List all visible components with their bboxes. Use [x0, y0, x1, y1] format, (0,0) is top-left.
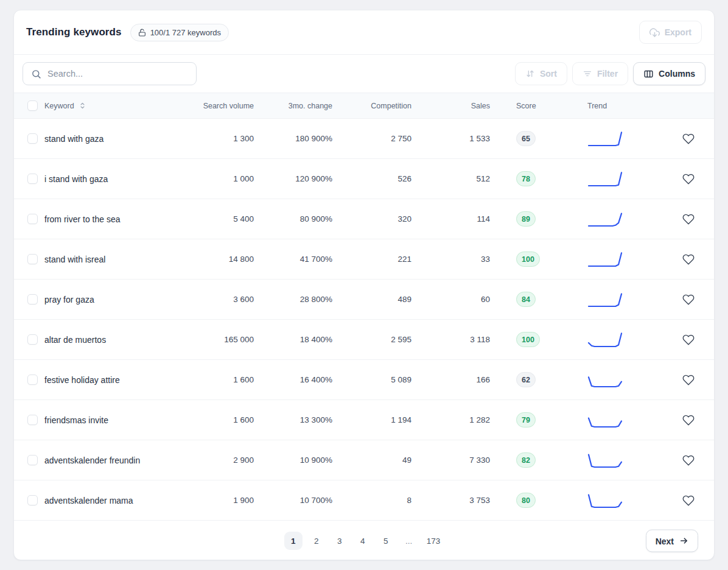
- favorite-button[interactable]: [681, 292, 696, 307]
- competition-cell: 2 750: [332, 134, 411, 143]
- columns-label: Columns: [659, 69, 695, 79]
- columns-button[interactable]: Columns: [633, 62, 705, 85]
- keyword-cell: friendsmas invite: [44, 415, 108, 425]
- search-volume-cell: 14 800: [193, 255, 254, 264]
- row-checkbox[interactable]: [27, 334, 38, 345]
- row-checkbox[interactable]: [27, 174, 38, 184]
- heart-icon: [682, 454, 695, 466]
- keyword-cell: from river to the sea: [44, 214, 121, 224]
- next-page-button[interactable]: Next: [646, 530, 698, 552]
- trend-sparkline: [563, 210, 676, 228]
- sales-cell: 114: [411, 214, 490, 223]
- row-checkbox[interactable]: [27, 254, 38, 264]
- sort-label: Sort: [540, 69, 557, 79]
- heart-icon: [682, 253, 695, 266]
- competition-cell: 1 194: [332, 415, 411, 424]
- sales-cell: 1 282: [411, 415, 490, 424]
- heart-icon: [682, 414, 695, 426]
- sales-cell: 512: [411, 174, 490, 183]
- search-volume-cell: 1 900: [193, 496, 254, 505]
- row-checkbox[interactable]: [27, 415, 38, 425]
- competition-cell: 5 089: [332, 375, 411, 384]
- card-header: Trending keywords 100/1 727 keywords Exp…: [14, 10, 714, 55]
- column-header-keyword[interactable]: Keyword: [44, 102, 193, 110]
- favorite-button[interactable]: [681, 252, 696, 267]
- score-badge: 82: [516, 452, 536, 468]
- favorite-button[interactable]: [681, 453, 696, 468]
- 3mo-change-cell: 13 300%: [254, 415, 332, 424]
- row-checkbox[interactable]: [27, 294, 38, 304]
- 3mo-change-cell: 80 900%: [254, 214, 332, 223]
- pagination-page-3[interactable]: 3: [331, 532, 349, 550]
- favorite-button[interactable]: [681, 332, 696, 347]
- favorite-button[interactable]: [681, 373, 696, 387]
- sort-button[interactable]: Sort: [515, 62, 567, 85]
- lock-open-icon: [138, 29, 146, 37]
- search-volume-cell: 1 600: [193, 415, 254, 424]
- pagination-page-5[interactable]: 5: [377, 532, 395, 550]
- sort-chevrons-icon: [79, 102, 86, 110]
- favorite-button[interactable]: [681, 172, 696, 186]
- filter-label: Filter: [597, 69, 618, 79]
- score-badge: 62: [516, 372, 536, 387]
- competition-cell: 49: [332, 456, 411, 465]
- search-volume-cell: 2 900: [193, 456, 254, 465]
- table-row: festive holiday attire 1 600 16 400% 5 0…: [14, 360, 714, 400]
- keyword-column-label: Keyword: [44, 102, 74, 110]
- table-row: friendsmas invite 1 600 13 300% 1 194 1 …: [14, 400, 714, 440]
- sales-cell: 166: [411, 375, 490, 384]
- column-header-search-volume: Search volume: [193, 102, 254, 110]
- select-all-checkbox[interactable]: [27, 100, 38, 111]
- export-label: Export: [665, 27, 691, 37]
- 3mo-change-cell: 28 800%: [254, 295, 332, 304]
- keyword-cell: festive holiday attire: [44, 375, 120, 385]
- table-row: stand with gaza 1 300 180 900% 2 750 1 5…: [14, 119, 714, 159]
- export-button[interactable]: Export: [639, 21, 702, 44]
- 3mo-change-cell: 120 900%: [254, 174, 332, 183]
- pagination-page-4[interactable]: 4: [354, 532, 372, 550]
- columns-icon: [643, 69, 654, 79]
- row-checkbox[interactable]: [27, 455, 38, 465]
- sales-cell: 3 753: [411, 496, 490, 505]
- keyword-cell: i stand with gaza: [44, 174, 108, 184]
- 3mo-change-cell: 10 700%: [254, 496, 332, 505]
- sales-cell: 3 118: [411, 335, 490, 344]
- search-input[interactable]: [47, 69, 188, 79]
- table-row: from river to the sea 5 400 80 900% 320 …: [14, 199, 714, 239]
- search-box[interactable]: [23, 62, 197, 85]
- row-checkbox[interactable]: [27, 214, 38, 224]
- sales-cell: 1 533: [411, 134, 490, 143]
- competition-cell: 2 595: [332, 335, 411, 344]
- table-row: stand with isreal 14 800 41 700% 221 33 …: [14, 239, 714, 280]
- pagination-page-173[interactable]: 173: [423, 532, 444, 550]
- score-badge: 84: [516, 292, 536, 307]
- favorite-button[interactable]: [681, 413, 696, 427]
- trend-sparkline: [563, 250, 676, 269]
- favorite-button[interactable]: [681, 132, 696, 146]
- competition-cell: 489: [332, 295, 411, 304]
- pagination-footer: 12345...173 Next: [14, 521, 714, 560]
- heart-icon: [682, 374, 695, 386]
- sales-cell: 60: [411, 295, 490, 304]
- table-row: altar de muertos 165 000 18 400% 2 595 3…: [14, 320, 714, 360]
- pagination-page-1[interactable]: 1: [284, 532, 303, 550]
- row-checkbox[interactable]: [27, 495, 38, 505]
- trend-sparkline: [563, 371, 676, 389]
- keyword-cell: stand with isreal: [44, 255, 105, 264]
- row-checkbox[interactable]: [27, 375, 38, 385]
- cloud-download-icon: [649, 27, 660, 38]
- table-row: adventskalender freundin 2 900 10 900% 4…: [14, 440, 714, 480]
- column-header-3mo-change: 3mo. change: [254, 102, 332, 110]
- score-badge: 100: [516, 252, 540, 267]
- row-checkbox[interactable]: [27, 133, 38, 144]
- score-badge: 79: [516, 412, 536, 427]
- pagination-page-2[interactable]: 2: [307, 532, 326, 550]
- keyword-cell: stand with gaza: [44, 134, 103, 144]
- favorite-button[interactable]: [681, 493, 696, 508]
- trend-sparkline: [563, 331, 676, 349]
- favorite-button[interactable]: [681, 212, 696, 227]
- filter-button[interactable]: Filter: [572, 62, 628, 85]
- 3mo-change-cell: 16 400%: [254, 375, 332, 384]
- trend-sparkline: [563, 491, 676, 510]
- 3mo-change-cell: 10 900%: [254, 456, 332, 465]
